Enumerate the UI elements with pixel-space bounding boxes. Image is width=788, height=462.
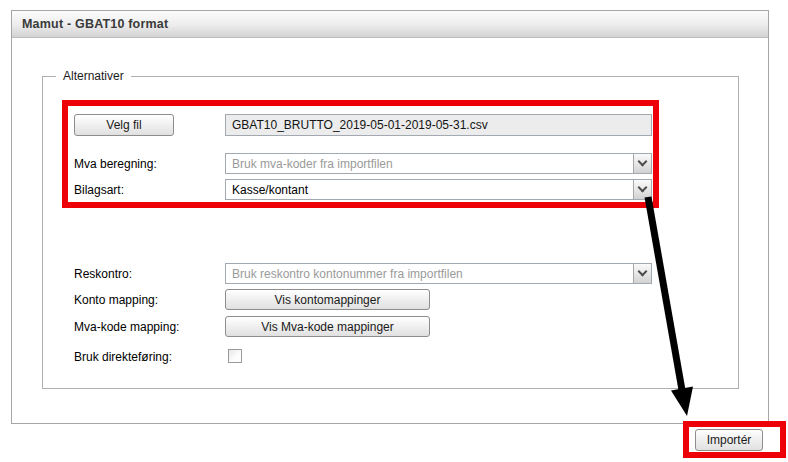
bilagsart-value: Kasse/kontant [232,180,629,199]
import-button[interactable]: Importér [695,429,763,451]
dialog-titlebar: Mamut - GBAT10 format [12,11,768,38]
konto-mapping-label: Konto mapping: [74,289,158,310]
file-name-field[interactable]: GBAT10_BRUTTO_2019-05-01-2019-05-31.csv [225,114,652,136]
bruk-direktefoering-checkbox[interactable] [228,349,242,363]
mva-beregning-select[interactable]: Bruk mva-koder fra importfilen [225,153,652,174]
bruk-direktefoering-label: Bruk direkteføring: [74,346,172,367]
reskontro-dropdown-button[interactable] [633,264,651,283]
reskontro-label: Reskontro: [74,263,132,284]
choose-file-button[interactable]: Velg fil [74,114,174,136]
chevron-down-icon [638,183,648,193]
chevron-down-icon [638,157,648,167]
file-name-value: GBAT10_BRUTTO_2019-05-01-2019-05-31.csv [232,118,488,132]
show-vat-code-mappings-button[interactable]: Vis Mva-kode mappinger [225,316,430,337]
reskontro-value: Bruk reskontro kontonummer fra importfil… [232,264,629,283]
mva-kode-mapping-label: Mva-kode mapping: [74,316,179,337]
options-legend: Alternativer [56,69,131,83]
show-account-mappings-button[interactable]: Vis kontomappinger [225,289,430,310]
reskontro-select[interactable]: Bruk reskontro kontonummer fra importfil… [225,263,652,284]
page: Mamut - GBAT10 format Alternativer Velg … [0,0,788,462]
bilagsart-dropdown-button[interactable] [633,180,651,199]
bilagsart-select[interactable]: Kasse/kontant [225,179,652,200]
bilagsart-label: Bilagsart: [74,179,124,200]
dialog-title: Mamut - GBAT10 format [22,17,168,31]
mva-beregning-value: Bruk mva-koder fra importfilen [232,154,629,173]
mva-beregning-dropdown-button[interactable] [633,154,651,173]
mva-beregning-label: Mva beregning: [74,153,157,174]
dialog-window: Mamut - GBAT10 format Alternativer Velg … [11,10,769,424]
chevron-down-icon [638,267,648,277]
